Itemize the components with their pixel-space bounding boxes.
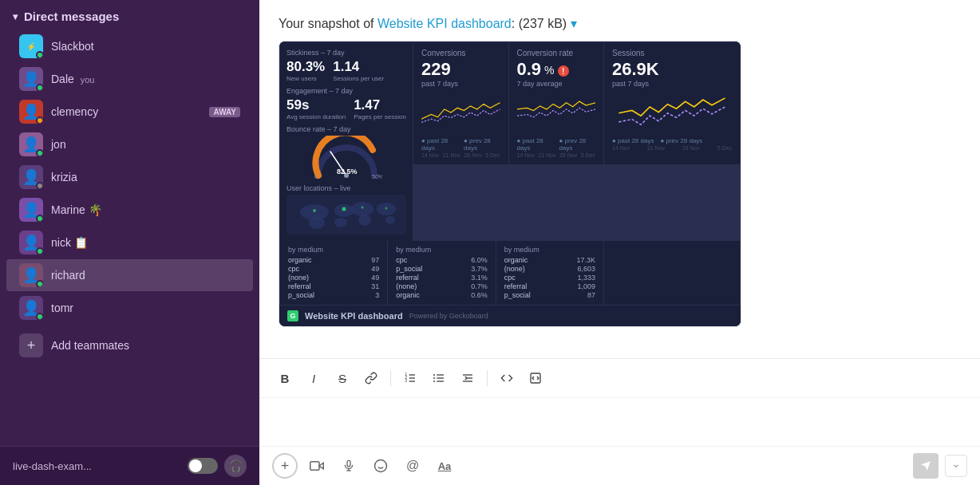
workspace-name: live-dash-exam... <box>13 460 188 472</box>
editor-area: B I S 1 2 3 <box>259 358 980 485</box>
italic-button[interactable]: I <box>301 365 326 391</box>
table-row-1-4: organic0.6% <box>396 291 487 299</box>
sidebar-item-slackbot[interactable]: ⚡ Slackbot <box>6 30 253 62</box>
indent-button[interactable] <box>455 365 480 391</box>
status-dot-richard <box>36 280 43 287</box>
svg-marker-34 <box>319 463 323 469</box>
table-row-2-4: p_social87 <box>504 291 595 299</box>
add-teammates-button[interactable]: + Add teammates <box>6 327 253 367</box>
sessions-per-user-label: Sessions per user <box>333 75 384 82</box>
avatar-richard: 👤 <box>19 263 43 287</box>
expand-button[interactable] <box>945 455 967 477</box>
dm-list: ⚡ Slackbot 👤 Dale you 👤 clemency AWAY <box>0 30 259 446</box>
bounce-rate-section: Bounce rate – 7 day <box>286 125 406 179</box>
avatar-nick: 👤 <box>19 231 43 254</box>
strikethrough-button[interactable]: S <box>330 365 355 391</box>
microphone-icon <box>342 459 355 473</box>
emoji-button[interactable] <box>368 453 393 479</box>
sidebar-item-jon[interactable]: 👤 jon <box>6 128 253 160</box>
stickiness-section: Stickiness – 7 day 80.3% New users 1.14 … <box>286 49 406 82</box>
table-title-2: by medium <box>504 246 595 254</box>
table-row-2-1: (none)6,603 <box>504 265 595 273</box>
conversion-rate-card: Conversion rate 0.9 % ! 7 day average ● … <box>509 42 604 164</box>
format-button[interactable]: Aa <box>432 453 457 479</box>
conversions-title: Conversions <box>421 49 500 57</box>
chevron-down-icon <box>952 462 960 470</box>
sidebar-item-richard[interactable]: 👤 richard <box>6 259 253 291</box>
svg-point-39 <box>375 460 387 472</box>
unordered-list-button[interactable] <box>426 365 452 391</box>
world-map <box>286 195 406 235</box>
video-button[interactable] <box>304 453 330 479</box>
headphone-button[interactable]: 🎧 <box>224 455 247 477</box>
microphone-button[interactable] <box>336 453 362 479</box>
dm-name-marine: Marine 🌴 <box>51 203 240 216</box>
sidebar-item-nick[interactable]: 👤 nick 📋 <box>6 227 253 258</box>
status-dot-dale <box>36 84 43 91</box>
sidebar-item-tomr[interactable]: 👤 tomr <box>6 292 253 324</box>
send-icon <box>920 460 931 471</box>
dashboard-preview: Conversions 229 past 7 days ● past 28 da… <box>279 41 741 327</box>
svg-point-13 <box>385 216 395 224</box>
table-row-1-1: p_social3.7% <box>396 265 487 273</box>
table-row-1-0: cpc6.0% <box>396 256 487 264</box>
table-row-2-2: cpc1,333 <box>504 274 595 282</box>
conversions-value: 229 <box>421 59 500 80</box>
avatar-tomr: 👤 <box>19 296 43 320</box>
dm-name-nick: nick 📋 <box>51 236 240 249</box>
avg-duration-value: 59s <box>286 97 346 113</box>
pages-per-session-label: Pages per session <box>354 113 406 120</box>
sessions-per-user-value: 1.14 <box>333 59 384 75</box>
right-panel-bottom <box>604 241 740 305</box>
bold-button[interactable]: B <box>272 365 298 391</box>
dropdown-arrow[interactable]: ▾ <box>571 17 577 30</box>
message-input[interactable] <box>259 398 980 446</box>
svg-point-7 <box>309 216 325 229</box>
dashboard-link[interactable]: Website KPI dashboard <box>377 17 512 30</box>
plus-icon: + <box>19 333 43 357</box>
bounce-rate-gauge: 0 50% 82.5% <box>310 136 382 179</box>
toolbar-divider-2 <box>487 370 488 386</box>
sidebar: ▾ Direct messages ⚡ Slackbot 👤 Dale you <box>0 0 259 485</box>
right-panel: Stickiness – 7 day 80.3% New users 1.14 … <box>280 42 413 241</box>
conversion-rate-title: Conversion rate <box>517 49 596 57</box>
ordered-list-icon: 1 2 3 <box>404 372 417 384</box>
status-dot-nick <box>36 247 43 254</box>
editor-toolbar: B I S 1 2 3 <box>259 359 980 398</box>
stickiness-title: Stickiness – 7 day <box>286 49 406 57</box>
plus-attachment-button[interactable]: + <box>272 453 298 479</box>
dm-name-krizia: krizia <box>51 171 240 183</box>
conversion-rate-chart <box>517 91 596 131</box>
sessions-subtitle: past 7 days <box>612 80 732 88</box>
status-dot-marine <box>36 215 43 222</box>
code-block-button[interactable] <box>523 365 548 391</box>
avatar-slackbot: ⚡ <box>19 34 43 58</box>
mention-button[interactable]: @ <box>400 453 425 479</box>
svg-marker-43 <box>921 461 931 471</box>
svg-point-14 <box>342 207 346 211</box>
user-locations-title: User locations – live <box>286 184 406 192</box>
ordered-list-button[interactable]: 1 2 3 <box>397 365 423 391</box>
direct-messages-header[interactable]: ▾ Direct messages <box>0 0 259 30</box>
svg-point-16 <box>362 207 364 209</box>
dm-name-dale: Dale you <box>51 73 240 85</box>
engagement-section: Engagement – 7 day 59s Avg session durat… <box>286 87 406 120</box>
editor-bottom-bar: + @ Aa <box>259 446 980 485</box>
table-row-1-3: (none)0.7% <box>396 282 487 290</box>
avg-duration-label: Avg session duration <box>286 113 346 120</box>
avatar-marine: 👤 <box>19 198 43 222</box>
toggle-switch[interactable] <box>188 458 218 474</box>
link-button[interactable] <box>358 365 384 391</box>
sidebar-item-marine[interactable]: 👤 Marine 🌴 <box>6 194 253 226</box>
sidebar-item-dale[interactable]: 👤 Dale you <box>6 63 253 95</box>
svg-point-27 <box>433 374 435 376</box>
toolbar-divider-1 <box>390 370 391 386</box>
sidebar-item-clemency[interactable]: 👤 clemency AWAY <box>6 96 253 128</box>
engagement-title: Engagement – 7 day <box>286 87 406 95</box>
send-button[interactable] <box>913 453 939 479</box>
code-button[interactable] <box>494 365 520 391</box>
sidebar-item-krizia[interactable]: 👤 krizia <box>6 161 253 193</box>
table-row-2-0: organic17.3K <box>504 256 595 264</box>
code-block-icon <box>529 372 542 384</box>
avatar-krizia: 👤 <box>19 165 43 189</box>
